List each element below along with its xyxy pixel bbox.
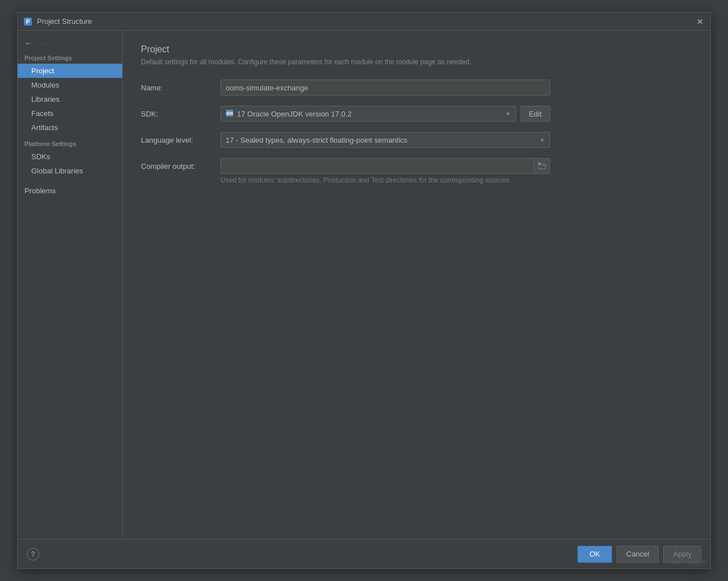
forward-arrow[interactable]: → — [37, 38, 49, 49]
bottom-left: ? — [27, 548, 39, 561]
name-label: Name: — [141, 84, 221, 92]
language-dropdown[interactable]: 17 - Sealed types, always-strict floatin… — [221, 132, 550, 148]
app-icon: P — [23, 17, 32, 26]
sidebar-item-modules[interactable]: Modules — [18, 78, 122, 92]
svg-rect-4 — [538, 164, 546, 169]
language-dropdown-arrow: ▼ — [539, 137, 545, 143]
compiler-browse-button[interactable] — [534, 159, 550, 173]
cancel-button[interactable]: Cancel — [617, 546, 659, 563]
sdk-select-row: JDK 17 Oracle OpenJDK version 17.0.2 ▼ E… — [221, 106, 550, 122]
compiler-output-input[interactable] — [221, 160, 534, 173]
page-title: Project — [141, 44, 692, 55]
compiler-input-wrapper — [221, 158, 550, 174]
compiler-hint: Used for modules' subdirectories, Produc… — [141, 176, 511, 184]
sidebar-item-global-libraries[interactable]: Global Libraries — [18, 164, 122, 178]
language-value: 17 - Sealed types, always-strict floatin… — [226, 136, 539, 144]
edit-button[interactable]: Edit — [521, 106, 550, 122]
sidebar-item-artifacts[interactable]: Artifacts — [18, 121, 122, 135]
page-description: Default settings for all modules. Config… — [141, 58, 692, 66]
svg-rect-5 — [538, 163, 541, 165]
dialog-title: Project Structure — [37, 17, 92, 26]
sidebar-item-project[interactable]: Project — [18, 64, 122, 78]
svg-text:JDK: JDK — [226, 111, 234, 115]
title-bar: P Project Structure ✕ — [18, 13, 710, 31]
compiler-label: Compiler output: — [141, 162, 221, 171]
sdk-dropdown-arrow: ▼ — [505, 111, 511, 117]
sdk-icon: JDK — [226, 109, 234, 119]
project-settings-header: Project Settings — [18, 51, 122, 64]
svg-text:P: P — [26, 19, 30, 25]
sidebar-item-problems[interactable]: Problems — [18, 184, 122, 198]
help-button[interactable]: ? — [27, 548, 39, 561]
main-area: ← → Project Settings Project Modules Lib… — [18, 31, 710, 539]
platform-settings-header: Platform Settings — [18, 135, 122, 150]
sdk-dropdown[interactable]: JDK 17 Oracle OpenJDK version 17.0.2 ▼ — [221, 106, 516, 122]
name-input[interactable] — [221, 80, 550, 96]
language-level-row: Language level: 17 - Sealed types, alway… — [141, 132, 692, 148]
watermark: CSDN @漫_iz — [669, 558, 706, 566]
sidebar-item-libraries[interactable]: Libraries — [18, 92, 122, 106]
language-label: Language level: — [141, 136, 221, 144]
language-control: 17 - Sealed types, always-strict floatin… — [221, 132, 550, 148]
compiler-output-row: Compiler output: Used for modules' subdi… — [141, 158, 692, 184]
bottom-bar: ? OK Cancel Apply — [18, 539, 710, 568]
name-row: Name: — [141, 80, 692, 96]
nav-back-row: ← → — [18, 35, 122, 51]
sidebar-item-facets[interactable]: Facets — [18, 106, 122, 121]
sidebar: ← → Project Settings Project Modules Lib… — [18, 31, 123, 539]
sdk-row: SDK: JDK 17 Oracle OpenJDK version 17.0.… — [141, 106, 692, 122]
close-button[interactable]: ✕ — [696, 17, 705, 26]
back-arrow[interactable]: ← — [22, 38, 35, 49]
name-control — [221, 80, 550, 96]
content-area: Project Default settings for all modules… — [123, 31, 710, 539]
ok-button[interactable]: OK — [577, 546, 612, 563]
sdk-control: JDK 17 Oracle OpenJDK version 17.0.2 ▼ E… — [221, 106, 550, 122]
title-bar-left: P Project Structure — [23, 17, 92, 26]
project-structure-dialog: P Project Structure ✕ ← → Project Settin… — [17, 12, 711, 569]
sdk-label: SDK: — [141, 110, 221, 118]
sdk-value: 17 Oracle OpenJDK version 17.0.2 — [237, 110, 502, 118]
sidebar-item-sdks[interactable]: SDKs — [18, 150, 122, 164]
